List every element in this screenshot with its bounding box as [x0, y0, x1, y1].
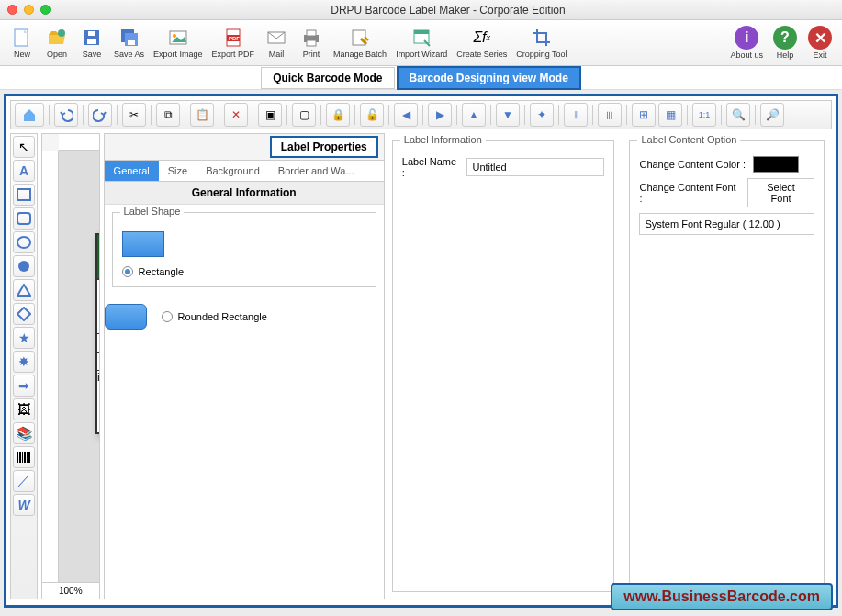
home-icon[interactable] — [15, 103, 44, 127]
zoom-level: 100% — [59, 586, 83, 596]
star-tool-icon[interactable]: ★ — [13, 327, 35, 349]
open-button[interactable]: Open — [40, 25, 73, 61]
save-button[interactable]: Save — [75, 25, 108, 61]
svg-text:PDF: PDF — [229, 36, 240, 41]
label-preview[interactable]: XYZ PRODUCT COMPANY Address. P.O. Box 52… — [95, 233, 99, 434]
minimize-window-icon[interactable] — [24, 5, 34, 15]
svg-point-9 — [173, 34, 176, 38]
size-tab[interactable]: Size — [159, 161, 196, 181]
unlock-icon[interactable]: 🔓 — [360, 103, 384, 127]
align-left-icon[interactable]: ◀ — [394, 103, 418, 127]
export-pdf-button[interactable]: PDFExport PDF — [208, 25, 259, 61]
ellipse-tool-icon[interactable] — [13, 231, 35, 253]
border-tab[interactable]: Border and Wa... — [269, 161, 364, 181]
close-window-icon[interactable] — [7, 5, 17, 15]
label-information-legend: Label Information — [400, 134, 486, 145]
cut-icon[interactable]: ✂ — [122, 103, 146, 127]
grid-icon[interactable]: ⊞ — [632, 103, 656, 127]
text-tool-icon[interactable]: A — [13, 160, 35, 182]
maximize-window-icon[interactable] — [40, 5, 51, 15]
rounded-rectangle-shape-preview — [105, 304, 147, 330]
distribute-h-icon[interactable]: ⫴ — [564, 103, 588, 127]
barcode-tool-icon[interactable] — [13, 446, 35, 468]
vertical-ruler — [42, 151, 59, 582]
svg-point-22 — [17, 237, 30, 248]
svg-rect-20 — [17, 189, 30, 200]
rounded-rectangle-radio[interactable]: Rounded Rectangle — [162, 311, 267, 322]
quick-barcode-mode-button[interactable]: Quick Barcode Mode — [261, 67, 394, 89]
library-tool-icon[interactable]: 📚 — [13, 422, 35, 444]
label-properties-tab[interactable]: Label Properties — [270, 136, 378, 158]
bring-front-icon[interactable]: ▣ — [258, 103, 282, 127]
save-as-button[interactable]: Save As — [110, 25, 148, 61]
svg-rect-27 — [24, 452, 26, 463]
center-icon[interactable]: ✦ — [530, 103, 554, 127]
copy-icon[interactable]: ⧉ — [156, 103, 180, 127]
create-series-button[interactable]: ΣfxCreate Series — [453, 25, 511, 61]
svg-rect-26 — [22, 452, 23, 463]
svg-point-1 — [58, 29, 65, 37]
new-button[interactable]: New — [6, 25, 39, 61]
line-tool-icon[interactable]: ／ — [13, 470, 35, 492]
exit-button[interactable]: ✕Exit — [803, 24, 836, 62]
diamond-tool-icon[interactable] — [13, 303, 35, 325]
svg-rect-24 — [17, 452, 18, 463]
label-content-legend: Label Content Option — [637, 134, 740, 145]
rectangle-radio[interactable]: Rectangle — [122, 266, 366, 277]
svg-rect-15 — [307, 30, 316, 36]
about-us-button[interactable]: iAbout us — [726, 24, 767, 62]
label-company-name: XYZ PRODUCT COMPANY — [97, 235, 99, 280]
svg-rect-7 — [128, 40, 135, 45]
design-canvas[interactable]: XYZ PRODUCT COMPANY Address. P.O. Box 52… — [59, 151, 99, 582]
circle-tool-icon[interactable] — [13, 255, 35, 277]
lock-icon[interactable]: 🔒 — [326, 103, 350, 127]
align-right-icon[interactable]: ▶ — [428, 103, 452, 127]
content-color-swatch[interactable] — [753, 156, 799, 173]
horizontal-ruler — [59, 134, 99, 151]
actual-size-icon[interactable]: 1:1 — [692, 103, 716, 127]
label-name-label: Label Name : — [402, 156, 460, 178]
snap-icon[interactable]: ▦ — [658, 103, 682, 127]
wordart-tool-icon[interactable]: W — [13, 494, 35, 516]
print-button[interactable]: Print — [295, 25, 328, 61]
content-color-label: Change Content Color : — [639, 159, 746, 170]
manage-batch-button[interactable]: Manage Batch — [330, 25, 390, 61]
image-tool-icon[interactable]: 🖼 — [13, 398, 35, 420]
select-tool-icon[interactable]: ↖ — [13, 136, 35, 158]
distribute-v-icon[interactable]: ⫼ — [598, 103, 622, 127]
svg-point-23 — [18, 261, 29, 272]
cropping-tool-button[interactable]: Cropping Tool — [512, 25, 570, 61]
general-tab[interactable]: General — [105, 161, 159, 181]
section-header: General Information — [105, 182, 384, 205]
zoom-in-icon[interactable]: 🔍 — [726, 103, 750, 127]
send-back-icon[interactable]: ▢ — [292, 103, 316, 127]
delete-icon[interactable]: ✕ — [224, 103, 248, 127]
svg-rect-19 — [414, 30, 429, 34]
background-tab[interactable]: Background — [196, 161, 269, 181]
svg-rect-21 — [17, 213, 30, 224]
arrow-tool-icon[interactable]: ➡ — [13, 375, 35, 397]
rectangle-tool-icon[interactable] — [13, 184, 35, 206]
label-shape-legend: Label Shape — [120, 206, 185, 217]
batch-cell: Batch No.- 569874124 — [97, 334, 99, 352]
align-top-icon[interactable]: ▲ — [462, 103, 486, 127]
export-image-button[interactable]: Export Image — [150, 25, 207, 61]
help-button[interactable]: ?Help — [769, 24, 802, 62]
series-cell: Series No.- KP-96587402 — [97, 353, 99, 370]
import-wizard-button[interactable]: Import Wizard — [392, 25, 451, 61]
barcode-designing-mode-button[interactable]: Barcode Designing view Mode — [397, 66, 581, 90]
paste-icon[interactable]: 📋 — [190, 103, 214, 127]
redo-icon[interactable] — [88, 103, 112, 127]
triangle-tool-icon[interactable] — [13, 279, 35, 301]
rounded-rect-tool-icon[interactable] — [13, 207, 35, 230]
svg-rect-28 — [27, 452, 28, 463]
undo-icon[interactable] — [54, 103, 78, 127]
svg-rect-3 — [87, 39, 96, 44]
window-title: DRPU Barcode Label Maker - Corporate Edi… — [62, 4, 835, 17]
mail-button[interactable]: Mail — [260, 25, 293, 61]
burst-tool-icon[interactable]: ✸ — [13, 351, 35, 373]
label-name-input[interactable] — [466, 158, 604, 176]
align-bottom-icon[interactable]: ▼ — [496, 103, 520, 127]
zoom-out-icon[interactable]: 🔎 — [760, 103, 784, 127]
select-font-button[interactable]: Select Font — [747, 178, 814, 207]
